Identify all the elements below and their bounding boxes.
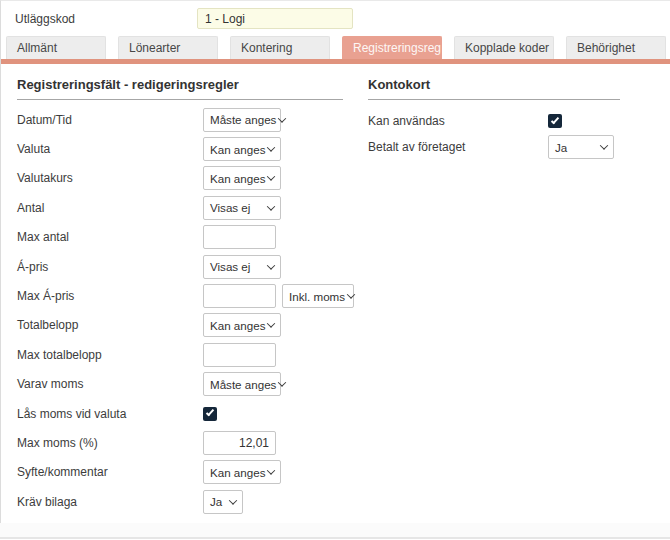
section-title: Kontokort bbox=[368, 77, 620, 100]
field-row-antal: AntalVisas ej bbox=[17, 193, 343, 222]
field-rows: Datum/TidMåste angesValutaKan angesValut… bbox=[17, 105, 343, 516]
dropdown-kan-anges[interactable]: Kan anges bbox=[203, 313, 281, 337]
field-label: Á-pris bbox=[17, 260, 203, 274]
dropdown-value: Kan anges bbox=[210, 172, 265, 185]
field-label: Totalbelopp bbox=[17, 318, 203, 332]
dropdown-value: Visas ej bbox=[210, 201, 250, 214]
dropdown-value: Kan anges bbox=[210, 143, 265, 156]
dropdown-ja[interactable]: Ja bbox=[548, 135, 614, 159]
chevron-down-icon bbox=[267, 202, 275, 210]
section-account-card: Kontokort Kan användasBetalt av företage… bbox=[368, 77, 620, 516]
chevron-down-icon bbox=[267, 467, 275, 475]
check-icon bbox=[550, 115, 558, 124]
dropdown-visas-ej[interactable]: Visas ej bbox=[203, 255, 281, 279]
section-title: Registreringsfält - redigeringsregler bbox=[17, 77, 343, 100]
field-controls: Kan anges bbox=[203, 313, 281, 337]
field-controls bbox=[203, 343, 276, 367]
field-row-max-moms: Max moms (%) bbox=[17, 428, 343, 457]
field-row-valutakurs: ValutakursKan anges bbox=[17, 164, 343, 193]
field-label: Betalt av företaget bbox=[368, 140, 548, 154]
field-row-valuta: ValutaKan anges bbox=[17, 134, 343, 163]
field-label: Valuta bbox=[17, 142, 203, 156]
chevron-down-icon bbox=[267, 261, 275, 269]
check-icon bbox=[205, 408, 213, 417]
expense-code-panel: Utläggskod AllmäntLönearterKonteringRegi… bbox=[0, 0, 670, 523]
field-label: Kräv bilaga bbox=[17, 495, 203, 509]
tab-registreringsregler[interactable]: Registreringsregler bbox=[342, 36, 442, 59]
expense-code-label: Utläggskod bbox=[15, 12, 197, 26]
field-label: Kan användas bbox=[368, 114, 548, 128]
field-row-syfte-kommentar: Syfte/kommentarKan anges bbox=[17, 458, 343, 487]
field-controls: Kan anges bbox=[203, 460, 281, 484]
dropdown-value: Måste anges bbox=[210, 378, 276, 391]
dropdown-value: Kan anges bbox=[210, 319, 265, 332]
content: Registreringsfält - redigeringsregler Da… bbox=[1, 64, 670, 516]
field-controls: Ja bbox=[203, 490, 243, 514]
chevron-down-icon bbox=[267, 173, 275, 181]
dropdown-value: Visas ej bbox=[210, 260, 250, 273]
expense-code-header: Utläggskod bbox=[1, 1, 670, 35]
field-controls bbox=[548, 114, 562, 128]
dropdown-visas-ej[interactable]: Visas ej bbox=[203, 196, 281, 220]
tab-allmänt[interactable]: Allmänt bbox=[6, 36, 106, 59]
field-label: Valutakurs bbox=[17, 171, 203, 185]
field-label: Max moms (%) bbox=[17, 436, 203, 450]
checkbox[interactable] bbox=[203, 407, 217, 421]
dropdown-value: Inkl. moms bbox=[289, 290, 345, 303]
dropdown-value: Måste anges bbox=[210, 113, 276, 126]
chevron-down-icon bbox=[267, 143, 275, 151]
field-label: Max totalbelopp bbox=[17, 348, 203, 362]
checkbox[interactable] bbox=[548, 114, 562, 128]
field-controls: Måste anges bbox=[203, 108, 281, 132]
section-registration-fields: Registreringsfält - redigeringsregler Da… bbox=[17, 77, 343, 516]
field-label: Lås moms vid valuta bbox=[17, 407, 203, 421]
tab-bar: AllmäntLönearterKonteringRegistreringsre… bbox=[1, 36, 670, 59]
dropdown-ja[interactable]: Ja bbox=[203, 490, 243, 514]
dropdown-kan-anges[interactable]: Kan anges bbox=[203, 460, 281, 484]
chevron-down-icon bbox=[267, 320, 275, 328]
dropdown-kan-anges[interactable]: Kan anges bbox=[203, 137, 281, 161]
field-controls: Måste anges bbox=[203, 372, 281, 396]
field-row-pris: Á-prisVisas ej bbox=[17, 252, 343, 281]
text-input[interactable] bbox=[203, 284, 276, 308]
dropdown-kan-anges[interactable]: Kan anges bbox=[203, 166, 281, 190]
field-label: Antal bbox=[17, 201, 203, 215]
tab-behörighet[interactable]: Behörighet bbox=[566, 36, 666, 59]
dropdown-måste-anges[interactable]: Måste anges bbox=[203, 372, 281, 396]
chevron-down-icon bbox=[229, 496, 237, 504]
field-row-max-totalbelopp: Max totalbelopp bbox=[17, 340, 343, 369]
field-rows: Kan användasBetalt av företagetJa bbox=[368, 108, 620, 160]
expense-code-input[interactable] bbox=[197, 8, 353, 29]
field-controls bbox=[203, 225, 276, 249]
field-row-kan-användas: Kan användas bbox=[368, 108, 620, 134]
field-row-datum-tid: Datum/TidMåste anges bbox=[17, 105, 343, 134]
dropdown-value: Ja bbox=[555, 141, 567, 154]
field-controls bbox=[203, 431, 276, 455]
text-input[interactable] bbox=[203, 225, 276, 249]
chevron-down-icon bbox=[347, 290, 355, 298]
tab-kopplade-koder[interactable]: Kopplade koder bbox=[454, 36, 554, 59]
field-row-betalt-av-företaget: Betalt av företagetJa bbox=[368, 134, 620, 160]
text-input[interactable] bbox=[203, 343, 276, 367]
field-controls: Kan anges bbox=[203, 166, 281, 190]
tab-kontering[interactable]: Kontering bbox=[230, 36, 330, 59]
field-controls: Inkl. moms bbox=[203, 284, 354, 308]
text-input[interactable] bbox=[203, 431, 276, 455]
field-label: Max Á-pris bbox=[17, 289, 203, 303]
field-row-max-antal: Max antal bbox=[17, 223, 343, 252]
dropdown-inkl-moms[interactable]: Inkl. moms bbox=[282, 284, 354, 308]
field-controls: Ja bbox=[548, 135, 614, 159]
dropdown-måste-anges[interactable]: Måste anges bbox=[203, 108, 281, 132]
field-row-lås-moms-vid-valuta: Lås moms vid valuta bbox=[17, 399, 343, 428]
field-row-max-pris: Max Á-prisInkl. moms bbox=[17, 281, 343, 310]
page-background-strip bbox=[0, 523, 670, 539]
field-controls: Kan anges bbox=[203, 137, 281, 161]
field-label: Syfte/kommentar bbox=[17, 465, 203, 479]
field-label: Datum/Tid bbox=[17, 113, 203, 127]
field-label: Max antal bbox=[17, 230, 203, 244]
field-label: Varav moms bbox=[17, 377, 203, 391]
tab-lönearter[interactable]: Lönearter bbox=[118, 36, 218, 59]
field-row-varav-moms: Varav momsMåste anges bbox=[17, 370, 343, 399]
field-controls: Visas ej bbox=[203, 196, 281, 220]
field-row-kräv-bilaga: Kräv bilagaJa bbox=[17, 487, 343, 516]
